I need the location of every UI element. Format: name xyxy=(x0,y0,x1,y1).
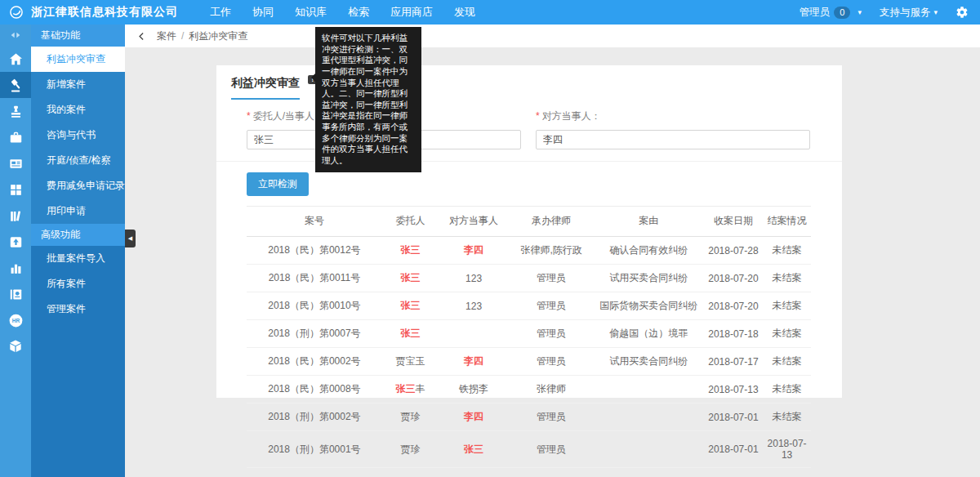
opponent-input[interactable] xyxy=(536,130,810,149)
cell-text: 123 xyxy=(466,301,482,312)
cell-text: 2018-07-20 xyxy=(708,301,758,312)
user-menu[interactable]: 管理员 0 ▾ xyxy=(800,6,862,20)
bar-chart-icon[interactable] xyxy=(0,255,31,281)
cell-text: 管理员 xyxy=(537,300,566,311)
caret-down-icon: ▾ xyxy=(933,8,938,16)
table-cell: 2018（民）第0010号 xyxy=(247,292,382,320)
table-row[interactable]: 2018（民）第0008号张三丰铁拐李张律师2018-07-13未结案 xyxy=(247,376,811,403)
sidebar-item[interactable]: 费用减免申请记录 xyxy=(31,173,125,198)
books-icon[interactable] xyxy=(0,203,31,229)
breadcrumb-item-cases[interactable]: 案件 xyxy=(157,29,176,43)
table-row[interactable]: 2018（刑）第0007号张三管理员偷越国（边）境罪2018-07-18未结案 xyxy=(247,320,811,348)
table-row[interactable]: 2018（刑）第0002号贾珍李四管理员2018-07-01未结案 xyxy=(247,403,811,431)
cell-text: 丰 xyxy=(415,383,425,395)
table-row[interactable]: 2018（民）第0011号张三123管理员试用买卖合同纠纷2018-07-20未… xyxy=(247,265,811,292)
cell-text: 试用买卖合同纠纷 xyxy=(609,272,688,283)
tab-row: 利益冲突审查 ! xyxy=(216,65,842,100)
cell-text: 2018（刑）第0007号 xyxy=(268,328,360,339)
app-logo-icon[interactable] xyxy=(8,4,24,20)
button-row: 立即检测 xyxy=(216,162,842,206)
table-cell: 2018-07-01 xyxy=(704,403,764,431)
sidebar-collapse-handle[interactable]: ◀ xyxy=(125,230,136,247)
conflict-result-table: 案号委托人对方当事人承办律师案由收案日期结案情况 2018（民）第0012号张三… xyxy=(247,206,811,468)
hr-icon[interactable]: HR xyxy=(0,307,31,333)
cell-text: 2018-07-28 xyxy=(708,245,758,256)
sidebar-item[interactable]: 新增案件 xyxy=(31,72,125,97)
highlighted-match: 李四 xyxy=(464,355,483,367)
check-now-button[interactable]: 立即检测 xyxy=(247,172,309,196)
cell-text: 偷越国（边）境罪 xyxy=(609,328,688,339)
table-row[interactable]: 2018（民）第0002号贾宝玉李四管理员试用买卖合同纠纷2018-07-17未… xyxy=(247,348,811,376)
cell-text: 2018-07-13 xyxy=(708,384,758,395)
table-cell: 确认合同有效纠纷 xyxy=(594,237,704,265)
gear-icon[interactable] xyxy=(956,6,969,19)
nav-item[interactable]: 检索 xyxy=(348,0,369,25)
sidebar-section-header[interactable]: 高级功能 xyxy=(31,224,125,246)
cell-text: 未结案 xyxy=(773,300,802,311)
sidebar-item[interactable]: 咨询与代书 xyxy=(31,123,125,148)
nav-item[interactable]: 应用商店 xyxy=(390,0,433,25)
main-nav: 工作协同知识库检索应用商店发现 xyxy=(199,0,486,25)
gavel-icon[interactable] xyxy=(0,72,31,98)
cell-text: 铁拐李 xyxy=(459,383,488,395)
nav-item[interactable]: 协同 xyxy=(252,0,274,25)
company-name: 浙江律联信息科技有限公司 xyxy=(31,5,178,20)
table-cell: 张三 xyxy=(382,320,439,348)
cell-text: 123 xyxy=(466,273,482,284)
nav-item[interactable]: 知识库 xyxy=(295,0,327,25)
home-icon[interactable] xyxy=(0,46,31,72)
table-cell: 未结案 xyxy=(763,292,811,320)
sidebar-section-header[interactable]: 基础功能 xyxy=(31,25,125,47)
tab-conflict-check[interactable]: 利益冲突审查 xyxy=(231,76,300,100)
stamp-icon[interactable] xyxy=(0,98,31,124)
cell-text: 2018-07-13 xyxy=(768,438,807,461)
sidebar-item[interactable]: 我的案件 xyxy=(31,97,125,123)
cell-text: 国际货物买卖合同纠纷 xyxy=(599,300,697,311)
table-cell: 123 xyxy=(439,265,509,292)
sidebar-item[interactable]: 开庭/侦查/检察 xyxy=(31,148,125,173)
table-cell: 未结案 xyxy=(763,265,811,292)
cell-text: 管理员 xyxy=(537,272,566,283)
user-name: 管理员 xyxy=(800,6,831,20)
id-card-icon[interactable] xyxy=(0,150,31,176)
package-icon[interactable] xyxy=(0,333,31,359)
grid-icon[interactable] xyxy=(0,176,31,203)
highlighted-match: 张三 xyxy=(464,444,483,455)
table-row[interactable]: 2018（民）第0012号张三李四张律师,陈行政确认合同有效纠纷2018-07-… xyxy=(247,237,811,265)
cell-text: 张律师 xyxy=(537,383,566,395)
cell-text: 未结案 xyxy=(773,383,802,395)
sidebar-item[interactable]: 用印申请 xyxy=(31,198,125,224)
sidebar-item[interactable]: 所有案件 xyxy=(31,271,125,296)
collapse-arrows-icon[interactable] xyxy=(0,25,31,46)
support-label: 支持与服务 xyxy=(880,6,931,20)
column-header: 对方当事人 xyxy=(439,207,509,237)
support-menu[interactable]: 支持与服务 ▾ xyxy=(880,6,938,20)
cell-text: 2018（刑）第0001号 xyxy=(268,444,360,455)
table-cell: 未结案 xyxy=(763,348,811,376)
table-cell: 2018（民）第0002号 xyxy=(247,348,382,376)
cell-text: 管理员 xyxy=(537,444,566,455)
table-cell: 未结案 xyxy=(763,320,811,348)
nav-item[interactable]: 工作 xyxy=(210,0,231,25)
cell-text: 2018（民）第0011号 xyxy=(269,272,361,283)
sidebar-item[interactable]: 管理案件 xyxy=(31,296,125,322)
table-cell: 2018（刑）第0001号 xyxy=(247,431,382,468)
sidebar-section: 基础功能利益冲突审查新增案件我的案件咨询与代书开庭/侦查/检察费用减免申请记录用… xyxy=(31,25,125,224)
breadcrumb-separator: / xyxy=(181,30,184,42)
nav-item[interactable]: 发现 xyxy=(454,0,475,25)
table-cell: 李四 xyxy=(439,237,509,265)
icon-rail: HR xyxy=(0,25,31,477)
report-icon[interactable] xyxy=(0,281,31,307)
back-chevron-icon[interactable] xyxy=(136,31,147,42)
cell-text: 2018（刑）第0002号 xyxy=(268,411,360,422)
upload-box-icon[interactable] xyxy=(0,229,31,255)
cell-text: 贾宝玉 xyxy=(395,355,425,367)
table-row[interactable]: 2018（刑）第0001号贾珍张三管理员2018-07-012018-07-13 xyxy=(247,431,811,468)
table-cell: 2018-07-20 xyxy=(704,292,764,320)
sidebar-item[interactable]: 批量案件导入 xyxy=(31,246,125,271)
table-row[interactable]: 2018（民）第0010号张三123管理员国际货物买卖合同纠纷2018-07-2… xyxy=(247,292,811,320)
briefcase-icon[interactable] xyxy=(0,124,31,150)
sidebar-item[interactable]: 利益冲突审查 xyxy=(31,47,125,72)
notification-badge: 0 xyxy=(834,7,850,19)
highlighted-match: 张三 xyxy=(400,300,420,311)
